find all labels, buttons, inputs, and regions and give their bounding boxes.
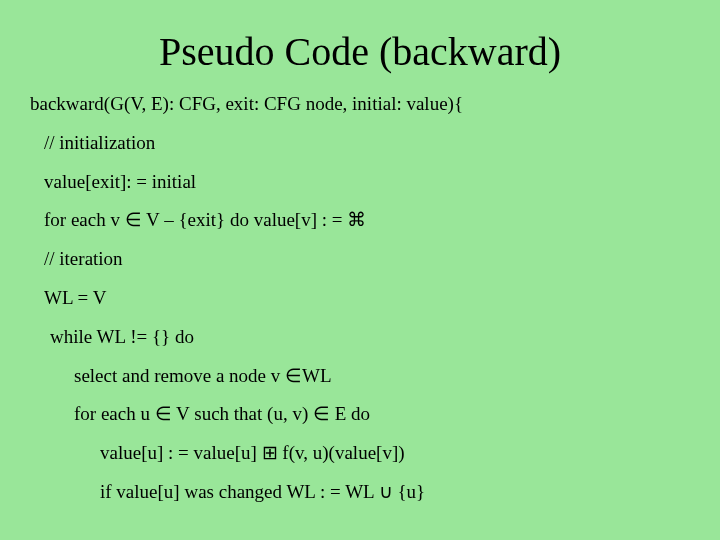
code-line-foreach-init: for each v ∈ V – {exit} do value[v] : = … bbox=[30, 209, 690, 232]
code-line-value-exit: value[exit]: = initial bbox=[30, 171, 690, 194]
code-line-signature: backward(G(V, E): CFG, exit: CFG node, i… bbox=[30, 93, 690, 116]
code-line-if-changed: if value[u] was changed WL : = WL ∪ {u} bbox=[30, 481, 690, 504]
code-line-select: select and remove a node v ∈WL bbox=[30, 365, 690, 388]
code-line-foreach-u: for each u ∈ V such that (u, v) ∈ E do bbox=[30, 403, 690, 426]
code-line-while: while WL != {} do bbox=[30, 326, 690, 349]
slide-title: Pseudo Code (backward) bbox=[30, 28, 690, 75]
code-line-comment-iter: // iteration bbox=[30, 248, 690, 271]
code-line-value-u: value[u] : = value[u] ⊞ f(v, u)(value[v]… bbox=[30, 442, 690, 465]
code-line-wl-eq-v: WL = V bbox=[30, 287, 690, 310]
slide: Pseudo Code (backward) backward(G(V, E):… bbox=[0, 0, 720, 540]
code-line-comment-init: // initialization bbox=[30, 132, 690, 155]
